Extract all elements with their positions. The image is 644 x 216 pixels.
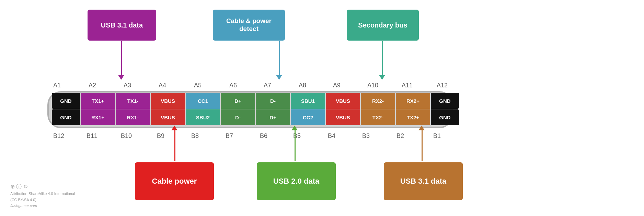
col-label-b7: B7 bbox=[226, 132, 233, 140]
arrow-cable-detect-head bbox=[276, 75, 282, 80]
arrow-cable-power-head bbox=[171, 126, 177, 130]
col-label-b6: B6 bbox=[260, 132, 267, 140]
annotation-secondary-bus: Secondary bus bbox=[347, 10, 419, 41]
pin-a7: D- bbox=[256, 93, 290, 109]
col-label-b2: B2 bbox=[396, 132, 404, 140]
col-label-b11: B11 bbox=[87, 132, 97, 140]
arrow-usb20-line bbox=[295, 127, 296, 161]
annotation-usb20: USB 2.0 data bbox=[257, 162, 336, 200]
col-label-a12: A12 bbox=[437, 82, 448, 89]
col-label-b12: B12 bbox=[53, 132, 64, 140]
arrow-cable-power-line bbox=[174, 127, 175, 161]
pin-b4: VBUS bbox=[326, 109, 360, 125]
col-label-b4: B4 bbox=[328, 132, 335, 140]
annotation-cable-power: Cable power bbox=[135, 162, 214, 200]
pin-b11: RX1+ bbox=[81, 109, 115, 125]
pin-a8: SBU1 bbox=[291, 93, 325, 109]
pin-b9: VBUS bbox=[151, 109, 185, 125]
pin-b7: D- bbox=[221, 109, 255, 125]
col-label-a4: A4 bbox=[159, 82, 166, 89]
pin-a11: RX2+ bbox=[396, 93, 430, 109]
pin-a3: TX1- bbox=[116, 93, 150, 109]
col-label-b8: B8 bbox=[191, 132, 199, 140]
attribution-line3: flashgamer.com bbox=[10, 203, 75, 209]
arrow-usb20-head bbox=[291, 126, 298, 130]
bottom-pin-row: GND RX1+ RX1- VBUS SBU2 D- D+ CC2 VBUS T… bbox=[51, 109, 459, 125]
pin-a6: D+ bbox=[221, 93, 255, 109]
pin-b5: CC2 bbox=[291, 109, 325, 125]
col-label-a5: A5 bbox=[194, 82, 202, 89]
arrow-usb31-top-line bbox=[121, 41, 122, 76]
arrow-usb31-bottom-head bbox=[418, 126, 425, 130]
attribution: ⊕ ⓘ ↻ Attribution-ShareAlike 4.0 Interna… bbox=[10, 182, 75, 209]
col-label-a11: A11 bbox=[402, 82, 413, 89]
diagram: USB 3.1 data Cable & power detect Second… bbox=[0, 0, 644, 216]
col-label-a7: A7 bbox=[264, 82, 271, 89]
arrow-cable-detect-line bbox=[279, 41, 280, 76]
arrow-secondary-bus-line bbox=[382, 41, 383, 76]
pin-b10: RX1- bbox=[116, 109, 150, 125]
col-label-a6: A6 bbox=[229, 82, 237, 89]
annotation-usb31-bottom: USB 3.1 data bbox=[384, 162, 463, 200]
col-label-b9: B9 bbox=[157, 132, 164, 140]
pin-a12: GND bbox=[431, 93, 459, 109]
pin-b2: TX2+ bbox=[396, 109, 430, 125]
pin-a9: VBUS bbox=[326, 93, 360, 109]
arrow-usb31-bottom-line bbox=[422, 127, 423, 161]
top-pin-row: GND TX1+ TX1- VBUS CC1 D+ D- SBU1 VBUS R… bbox=[51, 93, 459, 109]
col-label-b3: B3 bbox=[362, 132, 370, 140]
col-label-a2: A2 bbox=[89, 82, 96, 89]
pin-a1: GND bbox=[52, 93, 80, 109]
pin-b1: GND bbox=[431, 109, 459, 125]
col-label-b10: B10 bbox=[121, 132, 132, 140]
col-label-a10: A10 bbox=[367, 82, 378, 89]
arrow-secondary-bus-head bbox=[379, 75, 385, 80]
arrow-usb31-top-head bbox=[118, 75, 124, 80]
pin-a5: CC1 bbox=[186, 93, 220, 109]
attribution-line1: Attribution-ShareAlike 4.0 International bbox=[10, 191, 75, 197]
col-label-a8: A8 bbox=[299, 82, 306, 89]
pin-b6: D+ bbox=[256, 109, 290, 125]
col-label-a3: A3 bbox=[124, 82, 131, 89]
pin-b8: SBU2 bbox=[186, 109, 220, 125]
pin-b3: TX2- bbox=[361, 109, 395, 125]
col-label-a1: A1 bbox=[53, 82, 61, 89]
pin-a4: VBUS bbox=[151, 93, 185, 109]
col-label-b1: B1 bbox=[433, 132, 441, 140]
pin-a2: TX1+ bbox=[81, 93, 115, 109]
annotation-cable-power-detect: Cable & power detect bbox=[213, 10, 285, 41]
cc-icons: ⊕ ⓘ ↻ bbox=[10, 182, 75, 191]
pin-a10: RX2- bbox=[361, 93, 395, 109]
annotation-usb31-top: USB 3.1 data bbox=[88, 10, 156, 41]
pin-b12: GND bbox=[52, 109, 80, 125]
col-label-a9: A9 bbox=[333, 82, 341, 89]
attribution-line2: (CC BY-SA 4.0) bbox=[10, 197, 75, 203]
